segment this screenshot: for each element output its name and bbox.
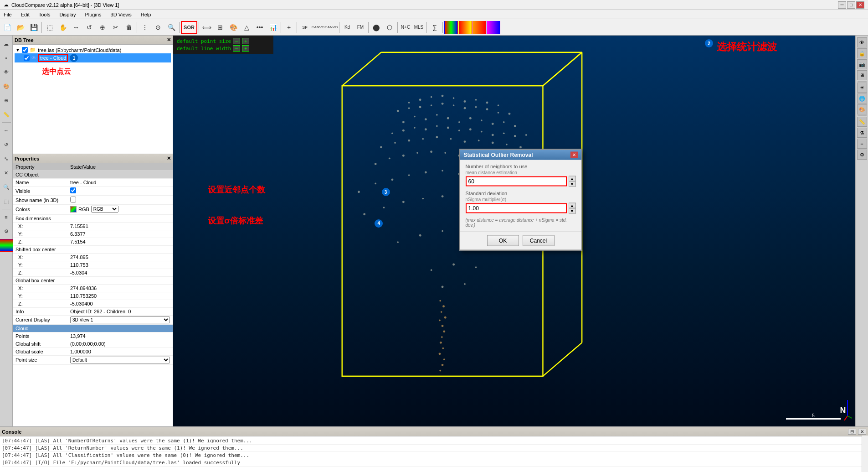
rp-btn-camera[interactable]: 📷 bbox=[857, 59, 867, 69]
close-button[interactable]: ✕ bbox=[856, 1, 864, 9]
tb-save[interactable]: 💾 bbox=[27, 21, 40, 34]
tree-root-item[interactable]: ▼ 📁 tree.las (E:/pycharm/PointCloud/data… bbox=[15, 47, 171, 53]
left-btn-cloud[interactable]: ☁ bbox=[0, 37, 13, 50]
rp-btn-sun[interactable]: ☀ bbox=[857, 83, 867, 93]
tree-root-checkbox[interactable] bbox=[22, 47, 28, 53]
left-btn-eye[interactable]: 👁 bbox=[0, 66, 13, 78]
tb-color[interactable]: 🎨 bbox=[227, 21, 240, 34]
menu-help[interactable]: Help bbox=[139, 11, 153, 18]
tb-cut[interactable]: ✂ bbox=[109, 21, 122, 34]
menu-edit[interactable]: Edit bbox=[19, 11, 31, 18]
tb-rotate[interactable]: ↺ bbox=[83, 21, 96, 34]
tb-fm[interactable]: FM bbox=[354, 21, 367, 34]
menu-tools[interactable]: Tools bbox=[37, 11, 52, 18]
menu-display[interactable]: Display bbox=[57, 11, 77, 18]
tb-sigma[interactable]: ∑ bbox=[428, 21, 441, 34]
left-btn-scale[interactable]: ⤡ bbox=[0, 152, 13, 165]
properties-close-icon[interactable]: ✕ bbox=[167, 156, 171, 161]
rp-sep2 bbox=[858, 115, 867, 116]
tb-nc[interactable]: N+C bbox=[399, 21, 412, 34]
std-spin-down[interactable]: ▼ bbox=[569, 208, 576, 213]
tb-sample[interactable]: ⋮ bbox=[139, 21, 151, 34]
tb-mls[interactable]: MLS bbox=[412, 21, 425, 34]
rp-btn-screen[interactable]: 🖥 bbox=[857, 70, 867, 80]
tree-child-checkbox[interactable] bbox=[24, 55, 30, 61]
left-btn-point[interactable]: • bbox=[0, 52, 13, 64]
left-btn-settings[interactable]: ⚙ bbox=[0, 225, 13, 238]
menu-3dviews[interactable]: 3D Views bbox=[109, 11, 134, 18]
tb-open[interactable]: 📂 bbox=[14, 21, 27, 34]
left-btn-seg[interactable]: ⬚ bbox=[0, 195, 13, 207]
db-tree-close-icon[interactable]: ✕ bbox=[167, 37, 171, 43]
tb-color3[interactable] bbox=[473, 21, 486, 34]
console-scrollbar[interactable] bbox=[862, 436, 868, 472]
rp-btn-filter[interactable]: ⚗ bbox=[857, 128, 867, 138]
pointsize-dropdown[interactable]: Default bbox=[70, 357, 170, 363]
rp-btn-settings2[interactable]: ⚙ bbox=[857, 150, 867, 160]
left-btn-color[interactable]: 🎨 bbox=[0, 80, 13, 93]
tb-color2[interactable] bbox=[458, 21, 472, 34]
tb-sor[interactable]: SOR bbox=[181, 21, 197, 34]
tb-color4[interactable] bbox=[487, 21, 500, 34]
tb-fit[interactable]: ⊙ bbox=[152, 21, 164, 34]
display-dropdown[interactable]: 3D View 1 bbox=[70, 316, 170, 323]
sor-dialog[interactable]: Statistical Outlier Removal ✕ Number of … bbox=[459, 149, 582, 250]
left-btn-measure[interactable]: 📏 bbox=[0, 108, 13, 121]
tb-sphere[interactable]: ⬤ bbox=[370, 21, 383, 34]
showname-checkbox[interactable] bbox=[70, 197, 76, 202]
left-btn-zoom[interactable]: ⊕ bbox=[0, 94, 13, 107]
svg-point-14 bbox=[441, 336, 443, 338]
maximize-button[interactable]: □ bbox=[847, 1, 855, 9]
std-spin-up[interactable]: ▲ bbox=[569, 202, 576, 208]
svg-point-122 bbox=[464, 283, 466, 285]
rp-btn-eye[interactable]: 👁 bbox=[857, 37, 867, 47]
tb-kd[interactable]: Kd bbox=[341, 21, 354, 34]
rp-btn-layers[interactable]: ≡ bbox=[857, 139, 867, 149]
std-input[interactable] bbox=[466, 203, 567, 213]
ok-button[interactable]: OK bbox=[487, 235, 519, 246]
tb-mesh[interactable]: ⬡ bbox=[383, 21, 396, 34]
sor-close-button[interactable]: ✕ bbox=[570, 151, 578, 158]
tb-add[interactable]: + bbox=[282, 21, 295, 34]
tb-zoom[interactable]: 🔍 bbox=[165, 21, 178, 34]
left-btn-cross[interactable]: ✕ bbox=[0, 166, 13, 179]
left-btn-search[interactable]: 🔍 bbox=[0, 181, 13, 193]
tb-color1[interactable] bbox=[444, 21, 458, 34]
tb-mirror[interactable]: ⟺ bbox=[200, 21, 213, 34]
viewport-3d[interactable]: default point size ─ + default line widt… bbox=[173, 36, 868, 426]
nn-spin-up[interactable]: ▲ bbox=[569, 176, 576, 181]
tb-translate[interactable]: ↔ bbox=[70, 21, 82, 34]
tb-del[interactable]: 🗑 bbox=[123, 21, 135, 34]
rp-btn-globe[interactable]: 🌐 bbox=[857, 93, 867, 104]
tb-canvo2[interactable]: CANVO bbox=[325, 21, 338, 34]
tb-sf1[interactable]: SF bbox=[298, 21, 311, 34]
console-close-button[interactable]: ✕ bbox=[858, 429, 866, 435]
menu-file[interactable]: File bbox=[2, 11, 14, 18]
tb-points[interactable]: ••• bbox=[253, 21, 266, 34]
tb-scalar[interactable]: 📊 bbox=[267, 21, 279, 34]
tb-pick[interactable]: ⊕ bbox=[96, 21, 109, 34]
tree-child-item[interactable]: 👁 tree - Cloud 1 bbox=[15, 53, 171, 62]
left-btn-rotate[interactable]: ↺ bbox=[0, 138, 13, 151]
menu-plugins[interactable]: Plugins bbox=[83, 11, 103, 18]
colors-dropdown[interactable]: RGB bbox=[91, 206, 118, 213]
console-dock-button[interactable]: ⊟ bbox=[848, 429, 856, 435]
tb-canvo1[interactable]: CANVO bbox=[312, 21, 324, 34]
tb-new[interactable]: 📄 bbox=[1, 21, 14, 34]
tree-expand-icon[interactable]: ▼ bbox=[15, 47, 20, 52]
rp-btn-palette[interactable]: 🎨 bbox=[857, 104, 867, 114]
tb-normals[interactable]: △ bbox=[240, 21, 253, 34]
tb-select[interactable]: ⬚ bbox=[43, 21, 56, 34]
visible-checkbox[interactable] bbox=[70, 187, 76, 193]
cancel-button[interactable]: Cancel bbox=[523, 235, 555, 246]
rp-btn-ruler[interactable]: 📏 bbox=[857, 117, 867, 127]
left-btn-layers[interactable]: ≡ bbox=[0, 211, 13, 223]
nn-input[interactable] bbox=[466, 176, 567, 186]
left-btn-move[interactable]: ↔ bbox=[0, 124, 13, 137]
left-btn-rgb[interactable]: ⬤ bbox=[0, 239, 13, 252]
nn-spin-down[interactable]: ▼ bbox=[569, 181, 576, 187]
rp-btn-lock[interactable]: 🔒 bbox=[857, 48, 867, 58]
tb-grid[interactable]: ⊞ bbox=[214, 21, 226, 34]
minimize-button[interactable]: ─ bbox=[838, 1, 846, 9]
tb-move[interactable]: ✋ bbox=[56, 21, 69, 34]
